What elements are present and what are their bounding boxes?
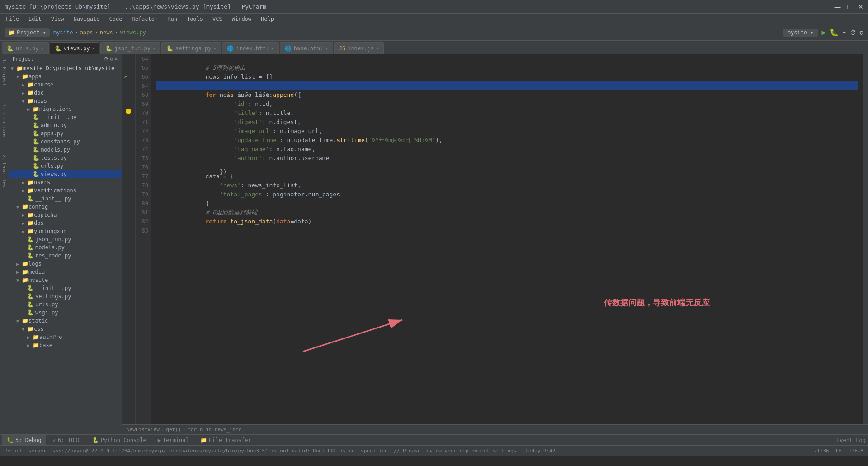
event-log-btn[interactable]: Event Log — [836, 437, 866, 443]
menu-edit[interactable]: Edit — [25, 15, 45, 23]
tab-index-js[interactable]: JS index.js ✕ — [334, 42, 384, 54]
close-tab-json[interactable]: ✕ — [153, 46, 156, 51]
tb-file-views[interactable]: views.py — [120, 29, 146, 36]
menu-run[interactable]: Run — [164, 15, 181, 23]
tree-init-py-mysite[interactable]: ▶ 🐍 __init__.py — [9, 284, 122, 292]
menu-help[interactable]: Help — [257, 15, 278, 23]
structure-tab[interactable]: 1: Project — [2, 57, 7, 88]
todo-tab[interactable]: ✓ 6: TODO — [48, 435, 85, 445]
tree-dbs[interactable]: ▶ 📁 dbs — [9, 219, 122, 227]
tree-constants-py[interactable]: ▶ 🐍 constants.py — [9, 138, 122, 146]
menu-code[interactable]: Code — [106, 15, 126, 23]
favorites-panel[interactable]: 2: Favorites — [2, 152, 7, 190]
tree-news[interactable]: ▼ 📁 news — [9, 97, 122, 105]
tree-apps-py[interactable]: ▶ 🐍 apps.py — [9, 129, 122, 138]
close-tab-views[interactable]: ✕ — [92, 46, 94, 51]
tree-init-py-apps[interactable]: ▶ 🐍 __init__.py — [9, 195, 122, 203]
tab-base-html[interactable]: 🌐 base.html ✕ — [280, 42, 333, 54]
tree-settings-py[interactable]: ▶ 🐍 settings.py — [9, 292, 122, 300]
breadcrumb-bar: NewListView › get() › for n in news_info — [122, 424, 868, 434]
bc-for[interactable]: for n in news_info — [188, 427, 241, 433]
tree-authpro[interactable]: ▶ 📁 authPro — [9, 333, 122, 341]
tree-base-css[interactable]: ▶ 📁 base — [9, 341, 122, 349]
terminal-tab[interactable]: ▶ Terminal — [153, 435, 193, 445]
tree-captcha[interactable]: ▶ 📁 captcha — [9, 211, 122, 219]
tree-models-config[interactable]: ▶ 🐍 models.py — [9, 243, 122, 252]
bc-newlistview[interactable]: NewListView — [127, 427, 160, 433]
tree-static[interactable]: ▼ 📁 static — [9, 317, 122, 325]
profile-button[interactable]: ⏱ — [850, 29, 856, 36]
tree-users[interactable]: ▶ 📁 users — [9, 178, 122, 186]
debug-tab[interactable]: 🐛 5: Debug — [2, 435, 46, 445]
todo-label: 6: TODO — [58, 437, 81, 443]
tab-json-fun-py[interactable]: 🐍 json_fun.py ✕ — [100, 42, 160, 54]
tree-urls-py-news[interactable]: ▶ 🐍 urls.py — [9, 162, 122, 170]
tb-folder-apps[interactable]: apps — [80, 29, 93, 36]
right-scrollbar[interactable] — [863, 54, 868, 424]
tree-tests-py[interactable]: ▶ 🐍 tests.py — [9, 154, 122, 162]
window-title: mysite [D:\projects_ub\mysite] – ...\app… — [5, 3, 266, 10]
tree-wsgi-py[interactable]: ▶ 🐍 wsgi.py — [9, 309, 122, 317]
tree-mysite-inner[interactable]: ▼ 📁 mysite — [9, 276, 122, 284]
tree-admin-py[interactable]: ▶ 🐍 admin.py — [9, 121, 122, 129]
menu-navigate[interactable]: Navigate — [70, 15, 104, 23]
code-editor[interactable]: ➤ 64 65 66 67 68 69 70 71 72 73 74 75 76… — [122, 54, 868, 424]
cursor-position[interactable]: 71:36 — [814, 448, 829, 454]
tree-apps[interactable]: ▼ 📁 apps — [9, 72, 122, 81]
tree-init-py-news[interactable]: ▶ 🐍 __init__.py — [9, 113, 122, 121]
tree-yuntongxun[interactable]: ▶ 📁 yuntongxun — [9, 227, 122, 235]
tb-folder-news[interactable]: news — [100, 29, 113, 36]
menu-vcs[interactable]: VCS — [209, 15, 226, 23]
tree-models-py-news[interactable]: ▶ 🐍 models.py — [9, 146, 122, 154]
debug-button[interactable]: 🐛 — [830, 28, 839, 37]
tree-json-fun[interactable]: ▶ 🐍 json_fun.py — [9, 235, 122, 243]
close-tab-index-html[interactable]: ✕ — [271, 46, 274, 51]
menu-window[interactable]: Window — [228, 15, 255, 23]
tree-migrations[interactable]: ▶ 📁 migrations — [9, 105, 122, 113]
close-tab-urls[interactable]: ✕ — [41, 46, 44, 51]
line-ending[interactable]: LF — [836, 448, 842, 454]
tree-media[interactable]: ▶ 📁 media — [9, 268, 122, 276]
tree-css[interactable]: ▼ 📁 css — [9, 325, 122, 333]
bc-get[interactable]: get() — [166, 427, 181, 433]
tree-doc[interactable]: ▶ 📁 doc — [9, 89, 122, 97]
tree-settings-icon[interactable]: ⚙ — [110, 56, 113, 62]
maximize-button[interactable]: □ — [848, 3, 851, 10]
tab-urls-py[interactable]: 🐍 urls.py ✕ — [2, 42, 49, 54]
minimize-button[interactable]: — — [835, 3, 841, 10]
menu-file[interactable]: File — [2, 15, 23, 23]
encoding[interactable]: UTF-8 — [849, 448, 863, 454]
tab-index-html[interactable]: 🌐 index.html ✕ — [222, 42, 278, 54]
file-transfer-tab[interactable]: 📁 File Transfer — [196, 435, 256, 445]
menu-refactor[interactable]: Refactor — [128, 15, 161, 23]
tree-logs[interactable]: ▶ 📁 logs — [9, 260, 122, 268]
tree-course[interactable]: ▶ 📁 course — [9, 81, 122, 89]
tree-urls-py-mysite[interactable]: ▶ 🐍 urls.py — [9, 300, 122, 309]
close-button[interactable]: ✕ — [858, 3, 863, 10]
coverage-button[interactable]: ☂ — [842, 29, 846, 36]
tree-res-code[interactable]: ▶ 🐍 res_code.py — [9, 252, 122, 260]
close-tab-settings[interactable]: ✕ — [213, 46, 216, 51]
tab-settings-py[interactable]: 🐍 settings.py ✕ — [161, 42, 222, 54]
run-button[interactable]: ▶ — [821, 28, 826, 37]
menu-view[interactable]: View — [47, 15, 68, 23]
menu-tools[interactable]: Tools — [183, 15, 207, 23]
code-content[interactable]: # 5序列化输出 news_info_list = [] for n in ne… — [151, 54, 863, 424]
tree-views-py[interactable]: ▶ 🐍 views.py — [9, 170, 122, 178]
project-button[interactable]: 📁 Project ▾ — [5, 28, 50, 37]
code-line-71: 'digest': n.digest, — [156, 118, 858, 127]
tree-collapse-icon[interactable]: ⇤ — [115, 56, 118, 62]
python-console-tab[interactable]: 🐍 Python Console — [88, 435, 151, 445]
tb-crumb-mysite[interactable]: mysite — [53, 29, 73, 36]
tree-verifications[interactable]: ▶ 📁 verifications — [9, 186, 122, 195]
close-tab-base-html[interactable]: ✕ — [326, 46, 328, 51]
tree-sync-icon[interactable]: ⟳ — [104, 56, 108, 62]
structure-panel[interactable]: 2: Structure — [2, 102, 7, 139]
tree-config[interactable]: ▼ 📁 config — [9, 203, 122, 211]
breakpoint-indicator[interactable] — [126, 109, 131, 114]
run-config[interactable]: mysite ▾ — [783, 29, 818, 37]
tab-views-py[interactable]: 🐍 views.py ✕ — [50, 42, 100, 54]
settings-button[interactable]: ⚙ — [860, 29, 863, 36]
tree-mysite-root[interactable]: ▼ 📁 mysite D:\projects_ub\mysite — [9, 64, 122, 72]
close-tab-index-js[interactable]: ✕ — [376, 46, 379, 51]
